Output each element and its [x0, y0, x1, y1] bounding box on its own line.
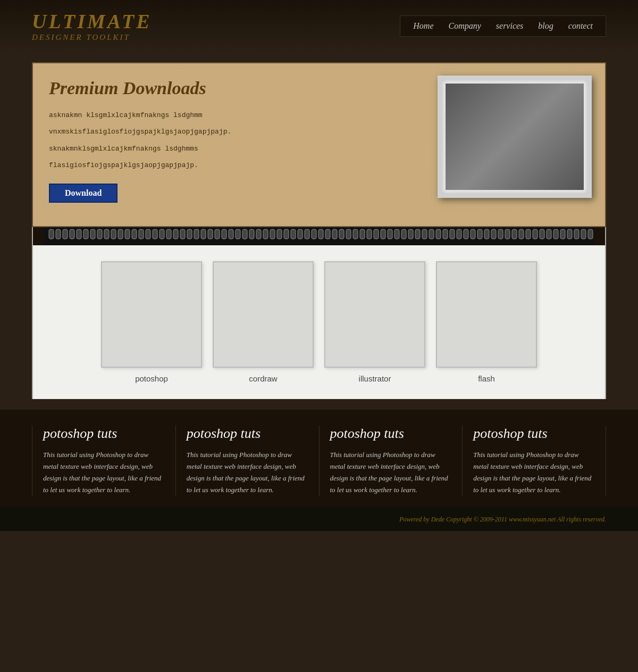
- tut-column-3: potoshop tuts This tutorial using Photos…: [463, 426, 606, 496]
- svg-rect-15: [146, 229, 150, 239]
- card-label-cordraw: cordraw: [249, 374, 277, 383]
- svg-rect-27: [229, 229, 233, 239]
- svg-rect-63: [477, 229, 482, 239]
- svg-rect-31: [256, 229, 261, 239]
- svg-rect-23: [201, 229, 206, 239]
- svg-rect-26: [222, 229, 226, 239]
- logo-area: ULTIMATE DESIGNER TOOLKIT: [32, 10, 152, 42]
- tut-heading-1: potoshop tuts: [187, 426, 308, 442]
- premium-right: [424, 53, 605, 226]
- svg-rect-37: [298, 229, 303, 239]
- svg-rect-54: [415, 229, 420, 239]
- monitor-screen: [446, 84, 584, 190]
- svg-rect-59: [450, 229, 455, 239]
- svg-rect-52: [401, 229, 406, 239]
- svg-rect-11: [118, 229, 123, 239]
- svg-rect-30: [249, 229, 254, 239]
- notebook-card-illustrator: illustrator: [324, 261, 425, 394]
- svg-rect-76: [567, 229, 572, 239]
- svg-rect-21: [187, 229, 192, 239]
- svg-rect-12: [125, 229, 130, 239]
- svg-rect-62: [471, 229, 475, 239]
- tuts-section: potoshop tuts This tutorial using Photos…: [0, 410, 638, 507]
- svg-rect-77: [574, 229, 579, 239]
- premium-line-3: flasigiosfiojgspajklgsjaopjgapjpajp.: [49, 159, 408, 171]
- nav-item-company[interactable]: Company: [448, 21, 481, 31]
- svg-rect-41: [325, 229, 330, 239]
- svg-rect-25: [215, 229, 220, 239]
- notebook-section: potoshop cordraw illustrator flash: [32, 227, 606, 399]
- notebook-card-photoshop: potoshop: [101, 261, 202, 394]
- premium-title: Premium Downloads: [49, 78, 408, 98]
- tut-column-0: potoshop tuts This tutorial using Photos…: [32, 426, 176, 496]
- premium-left: Premium Downloads asknakmn klsgmlxlcajkm…: [33, 63, 424, 226]
- logo-title: ULTIMATE: [32, 10, 152, 33]
- notebook-card-cordraw: cordraw: [213, 261, 314, 394]
- main-content: Premium Downloads asknakmn klsgmlxlcajkm…: [0, 52, 638, 410]
- svg-rect-78: [581, 229, 586, 239]
- svg-rect-51: [394, 229, 399, 239]
- svg-rect-16: [153, 229, 157, 239]
- svg-rect-69: [519, 229, 524, 239]
- monitor-frame: [438, 76, 592, 198]
- svg-rect-58: [443, 229, 448, 239]
- spiral-bar: [33, 227, 605, 245]
- footer: Powered by Dede Copyright © 2009-2011 ww…: [0, 507, 638, 531]
- nav-item-contect[interactable]: contect: [568, 21, 593, 31]
- svg-rect-56: [429, 229, 434, 239]
- card-label-illustrator: illustrator: [359, 374, 391, 383]
- premium-section: Premium Downloads asknakmn klsgmlxlcajkm…: [32, 62, 606, 227]
- svg-rect-47: [367, 229, 372, 239]
- svg-rect-2: [56, 229, 61, 239]
- tut-text-2: This tutorial using Photoshop to draw me…: [330, 449, 452, 496]
- logo-subtitle: DESIGNER TOOLKIT: [32, 33, 152, 42]
- svg-rect-10: [111, 229, 116, 239]
- tut-text-3: This tutorial using Photoshop to draw me…: [473, 449, 595, 496]
- download-button[interactable]: Download: [49, 184, 117, 203]
- svg-rect-36: [291, 229, 296, 239]
- card-image-cordraw: [213, 261, 314, 368]
- card-label-flash: flash: [478, 374, 495, 383]
- svg-rect-50: [388, 229, 392, 239]
- svg-rect-34: [277, 229, 282, 239]
- svg-rect-3: [63, 229, 68, 239]
- svg-rect-46: [360, 229, 365, 239]
- svg-rect-64: [484, 229, 489, 239]
- premium-line-2: sknakmnklsgmlxlcajkmfnakngs lsdghmms: [49, 143, 408, 155]
- footer-text: Powered by Dede Copyright © 2009-2011 ww…: [399, 516, 606, 523]
- svg-rect-33: [270, 229, 275, 239]
- svg-rect-39: [312, 229, 316, 239]
- svg-rect-14: [139, 229, 144, 239]
- spiral-svg: [44, 227, 594, 245]
- svg-rect-35: [284, 229, 289, 239]
- svg-rect-24: [208, 229, 213, 239]
- card-image-flash: [436, 261, 537, 368]
- svg-rect-48: [374, 229, 379, 239]
- nav-item-blog[interactable]: blog: [538, 21, 553, 31]
- svg-rect-60: [457, 229, 461, 239]
- svg-rect-7: [90, 229, 95, 239]
- svg-rect-72: [540, 229, 544, 239]
- svg-rect-55: [422, 229, 427, 239]
- svg-rect-18: [166, 229, 171, 239]
- card-image-illustrator: [324, 261, 425, 368]
- tut-text-0: This tutorial using Photoshop to draw me…: [43, 449, 165, 496]
- svg-rect-43: [339, 229, 344, 239]
- premium-line-1: vnxmskisflasiglosfiojgspajklgsjaopjgapjp…: [49, 126, 408, 138]
- premium-line-0: asknakmn klsgmlxlcajkmfnakngs lsdghmm: [49, 109, 408, 121]
- tut-column-2: potoshop tuts This tutorial using Photos…: [320, 426, 463, 496]
- svg-rect-68: [512, 229, 517, 239]
- svg-rect-65: [491, 229, 496, 239]
- header: ULTIMATE DESIGNER TOOLKIT Home Company s…: [0, 0, 638, 52]
- svg-rect-20: [180, 229, 185, 239]
- svg-rect-4: [70, 229, 74, 239]
- svg-rect-61: [464, 229, 468, 239]
- svg-rect-32: [263, 229, 268, 239]
- svg-rect-29: [242, 229, 247, 239]
- svg-rect-38: [305, 229, 309, 239]
- nav-item-home[interactable]: Home: [413, 21, 433, 31]
- svg-rect-9: [104, 229, 109, 239]
- svg-rect-40: [318, 229, 323, 239]
- nav-item-services[interactable]: services: [496, 21, 524, 31]
- tut-heading-3: potoshop tuts: [473, 426, 595, 442]
